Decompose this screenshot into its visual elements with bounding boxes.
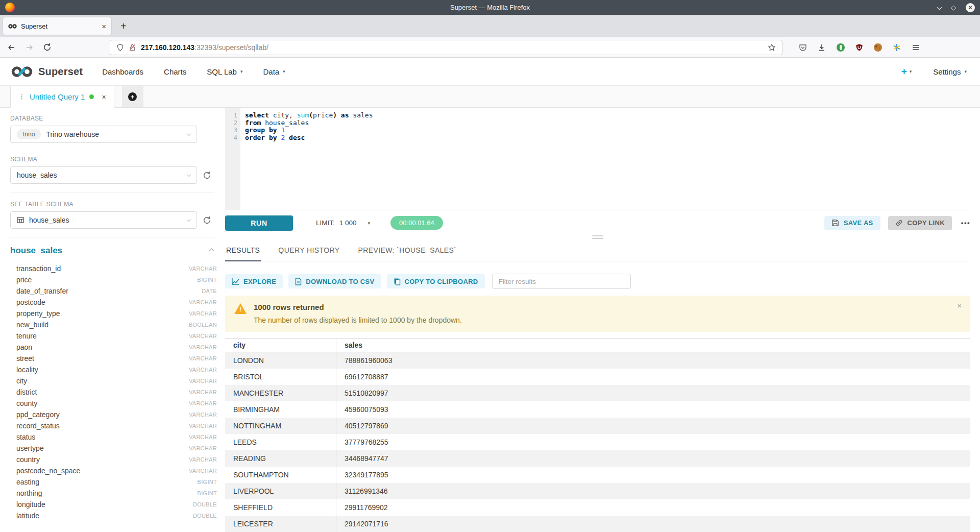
table-row[interactable]: NOTTINGHAM40512797869 [225, 418, 970, 434]
results-tab-query-history[interactable]: QUERY HISTORY [277, 240, 340, 261]
asterisk-extension-icon[interactable] [893, 43, 901, 52]
window-maximize-icon[interactable]: ◇ [951, 4, 956, 11]
explore-button[interactable]: EXPLORE [225, 274, 283, 288]
column-row[interactable]: localityVARCHAR [10, 364, 217, 375]
table-row[interactable]: LONDON788861960063 [225, 352, 970, 369]
schema-select[interactable]: house_sales [10, 166, 197, 184]
table-row[interactable]: SOUTHAMPTON32349177895 [225, 467, 970, 483]
editor-code[interactable]: select city, sum(price) as salesfrom hou… [240, 108, 970, 210]
cell-sales: 31126991346 [336, 483, 970, 499]
limit-dropdown[interactable]: LIMIT: 1 000 ▾ [316, 219, 370, 227]
column-row[interactable]: transaction_idVARCHAR [10, 263, 217, 274]
results-tab-results[interactable]: RESULTS [225, 240, 261, 261]
refresh-schema-icon[interactable] [203, 171, 211, 180]
nav-item-dashboards[interactable]: Dashboards [102, 67, 143, 76]
window-close-icon[interactable]: × [966, 3, 975, 12]
table-row[interactable]: BIRMINGHAM45960075093 [225, 401, 970, 418]
column-row[interactable]: property_typeVARCHAR [10, 308, 217, 319]
table-name-heading[interactable]: house_sales [10, 246, 62, 256]
downloads-icon[interactable] [818, 43, 826, 52]
column-row[interactable]: paonVARCHAR [10, 342, 217, 353]
sql-editor[interactable]: 1234 select city, sum(price) as salesfro… [225, 108, 970, 210]
table-row[interactable]: SHEFFIELD29911769902 [225, 499, 970, 516]
sql-token: 1 [277, 126, 285, 134]
results-table-header[interactable]: citysales [225, 338, 970, 352]
column-row[interactable]: record_statusVARCHAR [10, 420, 217, 431]
column-row[interactable]: usertypeVARCHAR [10, 443, 217, 454]
column-row[interactable]: cityVARCHAR [10, 375, 217, 386]
filter-results-input[interactable] [492, 274, 631, 289]
new-tab-button[interactable]: + [120, 20, 127, 32]
sql-token: ) [333, 111, 337, 119]
query-tab[interactable]: ⋮ Untitled Query 1 × [10, 86, 114, 108]
add-query-tab-button[interactable]: + [122, 86, 143, 107]
nav-item-charts[interactable]: Charts [164, 67, 186, 76]
column-row[interactable]: statusVARCHAR [10, 431, 217, 443]
settings-menu[interactable]: Settings ▾ [933, 67, 967, 76]
shield-icon[interactable] [116, 43, 124, 52]
column-row[interactable]: date_of_transferDATE [10, 285, 217, 297]
column-row[interactable]: ppd_categoryVARCHAR [10, 409, 217, 420]
superset-logo[interactable]: Superset [10, 65, 83, 79]
cookie-extension-icon[interactable] [874, 43, 882, 52]
column-row[interactable]: northingBIGINT [10, 488, 217, 499]
column-row[interactable]: priceBIGINT [10, 274, 217, 285]
drag-handle-icon[interactable]: ⋮ [18, 93, 25, 101]
cell-sales: 40512797869 [336, 418, 970, 434]
insecure-lock-icon[interactable] [129, 43, 136, 52]
table-row[interactable]: MANCHESTER51510820997 [225, 385, 970, 401]
menu-icon[interactable] [912, 43, 920, 52]
header-cell-city[interactable]: city [225, 338, 336, 352]
save-as-button[interactable]: SAVE AS [824, 216, 880, 230]
table-row[interactable]: READING34468947747 [225, 450, 970, 467]
copy-to-clipboard-button[interactable]: COPY TO CLIPBOARD [387, 274, 485, 288]
column-row[interactable]: postcodeVARCHAR [10, 297, 217, 308]
more-options-button[interactable]: ••• [961, 219, 970, 227]
bookmark-star-icon[interactable] [768, 43, 776, 52]
ublock-extension-icon[interactable] [855, 43, 863, 52]
query-tab-close-icon[interactable]: × [102, 93, 106, 101]
column-row[interactable]: countyVARCHAR [10, 398, 217, 409]
window-minimize-icon[interactable] [937, 5, 942, 10]
table-row[interactable]: LEEDS37779768255 [225, 434, 970, 450]
nav-item-sql-lab[interactable]: SQL Lab▾ [207, 67, 242, 76]
column-row[interactable]: districtVARCHAR [10, 386, 217, 398]
download-to-csv-button[interactable]: DOWNLOAD TO CSV [288, 274, 381, 288]
column-row[interactable]: countryVARCHAR [10, 454, 217, 465]
resize-grip[interactable] [225, 234, 970, 239]
column-row[interactable]: streetVARCHAR [10, 353, 217, 364]
forward-button[interactable] [25, 43, 34, 52]
column-row[interactable]: postcode_no_spaceVARCHAR [10, 465, 217, 476]
results-tab-preview-house-sales[interactable]: PREVIEW: `HOUSE_SALES` [357, 240, 457, 261]
column-type: VARCHAR [189, 299, 217, 305]
column-name: northing [16, 489, 42, 497]
green-extension-icon[interactable] [837, 43, 845, 52]
run-button[interactable]: RUN [225, 215, 293, 231]
alert-close-icon[interactable]: × [957, 301, 962, 310]
nav-item-data[interactable]: Data▾ [263, 67, 285, 76]
browser-tab-close-icon[interactable]: × [102, 22, 106, 31]
table-row[interactable]: LIVERPOOL31126991346 [225, 483, 970, 499]
table-row[interactable]: LEICESTER29142071716 [225, 516, 970, 532]
column-row[interactable]: longitudeDOUBLE [10, 499, 217, 510]
chevron-down-icon [187, 217, 191, 221]
pocket-icon[interactable] [799, 43, 807, 52]
back-button[interactable] [7, 43, 16, 52]
column-row[interactable]: new_buildBOOLEAN [10, 319, 217, 330]
url-text[interactable]: 217.160.120.143:32393/superset/sqllab/ [141, 43, 268, 52]
column-row[interactable]: tenureVARCHAR [10, 330, 217, 342]
column-row[interactable]: latitudeDOUBLE [10, 510, 217, 521]
copy-link-button[interactable]: COPY LINK [888, 216, 952, 230]
table-row[interactable]: BRISTOL69612708887 [225, 369, 970, 385]
reload-button[interactable] [43, 43, 52, 52]
divider [10, 192, 214, 192]
browser-tab[interactable]: Superset × [3, 17, 111, 35]
column-row[interactable]: eastingBIGINT [10, 476, 217, 488]
refresh-table-icon[interactable] [203, 216, 211, 225]
header-cell-sales[interactable]: sales [336, 338, 970, 352]
add-new-button[interactable]: + ▾ [901, 66, 912, 77]
collapse-chevron-icon[interactable] [209, 248, 214, 253]
url-bar[interactable]: 217.160.120.143:32393/superset/sqllab/ [110, 40, 782, 55]
database-select[interactable]: trino Trino warehouse [10, 126, 197, 143]
table-select[interactable]: house_sales [10, 211, 197, 229]
